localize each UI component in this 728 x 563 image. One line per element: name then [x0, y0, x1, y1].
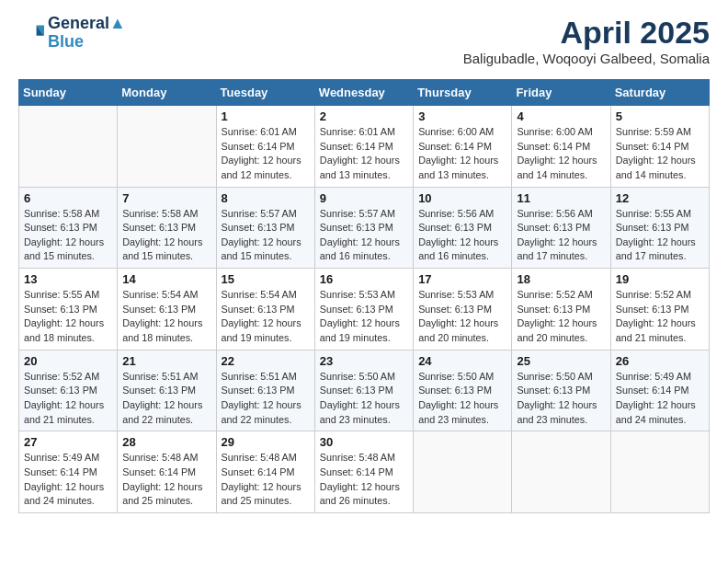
calendar-week-row: 27Sunrise: 5:49 AM Sunset: 6:14 PM Dayli… — [19, 431, 710, 513]
day-number: 5 — [616, 109, 704, 123]
calendar-day-cell: 6Sunrise: 5:58 AM Sunset: 6:13 PM Daylig… — [19, 187, 118, 269]
day-info: Sunrise: 6:00 AM Sunset: 6:14 PM Dayligh… — [418, 125, 506, 183]
calendar-day-cell: 22Sunrise: 5:51 AM Sunset: 6:13 PM Dayli… — [216, 350, 314, 431]
day-number: 24 — [418, 354, 506, 368]
location-subtitle: Baligubadle, Woqooyi Galbeed, Somalia — [463, 51, 710, 66]
day-number: 29 — [222, 435, 310, 449]
day-info: Sunrise: 5:56 AM Sunset: 6:13 PM Dayligh… — [418, 207, 506, 265]
calendar-week-row: 13Sunrise: 5:55 AM Sunset: 6:13 PM Dayli… — [19, 269, 710, 350]
calendar-day-cell: 3Sunrise: 6:00 AM Sunset: 6:14 PM Daylig… — [414, 106, 512, 188]
calendar-day-cell: 5Sunrise: 5:59 AM Sunset: 6:14 PM Daylig… — [610, 106, 709, 188]
day-info: Sunrise: 5:50 AM Sunset: 6:13 PM Dayligh… — [517, 370, 605, 428]
calendar-day-cell: 23Sunrise: 5:50 AM Sunset: 6:13 PM Dayli… — [314, 350, 413, 431]
day-info: Sunrise: 5:50 AM Sunset: 6:13 PM Dayligh… — [320, 370, 408, 428]
calendar-day-cell — [414, 431, 512, 513]
day-number: 1 — [222, 109, 310, 123]
weekday-header-cell: Tuesday — [216, 80, 314, 106]
day-number: 8 — [222, 191, 310, 205]
day-info: Sunrise: 5:50 AM Sunset: 6:13 PM Dayligh… — [418, 370, 506, 428]
day-info: Sunrise: 5:54 AM Sunset: 6:13 PM Dayligh… — [222, 288, 310, 346]
calendar-week-row: 1Sunrise: 6:01 AM Sunset: 6:14 PM Daylig… — [19, 106, 710, 188]
calendar-day-cell: 21Sunrise: 5:51 AM Sunset: 6:13 PM Dayli… — [118, 350, 216, 431]
title-block: April 2025 Baligubadle, Woqooyi Galbeed,… — [463, 15, 710, 66]
day-info: Sunrise: 5:57 AM Sunset: 6:13 PM Dayligh… — [222, 207, 310, 265]
calendar-day-cell: 29Sunrise: 5:48 AM Sunset: 6:14 PM Dayli… — [216, 431, 314, 513]
day-info: Sunrise: 5:53 AM Sunset: 6:13 PM Dayligh… — [320, 288, 408, 346]
calendar-day-cell: 16Sunrise: 5:53 AM Sunset: 6:13 PM Dayli… — [314, 269, 413, 350]
weekday-header-row: SundayMondayTuesdayWednesdayThursdayFrid… — [19, 80, 710, 106]
day-number: 21 — [122, 354, 210, 368]
calendar-day-cell: 4Sunrise: 6:00 AM Sunset: 6:14 PM Daylig… — [512, 106, 610, 188]
day-info: Sunrise: 5:55 AM Sunset: 6:13 PM Dayligh… — [24, 288, 112, 346]
day-info: Sunrise: 6:01 AM Sunset: 6:14 PM Dayligh… — [320, 125, 408, 183]
calendar-day-cell: 13Sunrise: 5:55 AM Sunset: 6:13 PM Dayli… — [19, 269, 118, 350]
day-number: 2 — [320, 109, 408, 123]
day-number: 12 — [616, 191, 704, 205]
day-number: 27 — [24, 435, 112, 449]
day-info: Sunrise: 5:58 AM Sunset: 6:13 PM Dayligh… — [122, 207, 210, 265]
calendar-table: SundayMondayTuesdayWednesdayThursdayFrid… — [18, 79, 710, 513]
weekday-header-cell: Saturday — [610, 80, 709, 106]
calendar-day-cell: 19Sunrise: 5:52 AM Sunset: 6:13 PM Dayli… — [610, 269, 709, 350]
day-info: Sunrise: 5:52 AM Sunset: 6:13 PM Dayligh… — [517, 288, 605, 346]
logo-icon — [18, 20, 44, 46]
day-number: 18 — [517, 272, 605, 286]
calendar-day-cell: 28Sunrise: 5:48 AM Sunset: 6:14 PM Dayli… — [118, 431, 216, 513]
calendar-day-cell: 8Sunrise: 5:57 AM Sunset: 6:13 PM Daylig… — [216, 187, 314, 269]
day-number: 7 — [122, 191, 210, 205]
day-info: Sunrise: 5:49 AM Sunset: 6:14 PM Dayligh… — [616, 370, 704, 428]
day-number: 26 — [616, 354, 704, 368]
month-title: April 2025 — [463, 15, 710, 51]
day-number: 30 — [320, 435, 408, 449]
day-info: Sunrise: 5:51 AM Sunset: 6:13 PM Dayligh… — [222, 370, 310, 428]
calendar-day-cell: 14Sunrise: 5:54 AM Sunset: 6:13 PM Dayli… — [118, 269, 216, 350]
day-info: Sunrise: 5:53 AM Sunset: 6:13 PM Dayligh… — [418, 288, 506, 346]
calendar-day-cell: 30Sunrise: 5:48 AM Sunset: 6:14 PM Dayli… — [314, 431, 413, 513]
calendar-day-cell: 7Sunrise: 5:58 AM Sunset: 6:13 PM Daylig… — [118, 187, 216, 269]
day-number: 6 — [24, 191, 112, 205]
day-number: 17 — [418, 272, 506, 286]
weekday-header-cell: Wednesday — [314, 80, 413, 106]
weekday-header-cell: Monday — [118, 80, 216, 106]
calendar-day-cell: 26Sunrise: 5:49 AM Sunset: 6:14 PM Dayli… — [610, 350, 709, 431]
day-info: Sunrise: 5:49 AM Sunset: 6:14 PM Dayligh… — [24, 451, 112, 509]
day-info: Sunrise: 5:57 AM Sunset: 6:13 PM Dayligh… — [320, 207, 408, 265]
calendar-day-cell — [19, 106, 118, 188]
weekday-header-cell: Sunday — [19, 80, 118, 106]
calendar-day-cell: 1Sunrise: 6:01 AM Sunset: 6:14 PM Daylig… — [216, 106, 314, 188]
logo: General▲ Blue — [18, 15, 126, 52]
calendar-week-row: 20Sunrise: 5:52 AM Sunset: 6:13 PM Dayli… — [19, 350, 710, 431]
day-number: 23 — [320, 354, 408, 368]
day-info: Sunrise: 5:51 AM Sunset: 6:13 PM Dayligh… — [122, 370, 210, 428]
calendar-day-cell — [610, 431, 709, 513]
logo-text: General▲ Blue — [48, 15, 126, 52]
day-number: 22 — [222, 354, 310, 368]
calendar-day-cell — [118, 106, 216, 188]
calendar-week-row: 6Sunrise: 5:58 AM Sunset: 6:13 PM Daylig… — [19, 187, 710, 269]
day-info: Sunrise: 5:48 AM Sunset: 6:14 PM Dayligh… — [122, 451, 210, 509]
day-info: Sunrise: 6:00 AM Sunset: 6:14 PM Dayligh… — [517, 125, 605, 183]
calendar-day-cell: 24Sunrise: 5:50 AM Sunset: 6:13 PM Dayli… — [414, 350, 512, 431]
day-number: 28 — [122, 435, 210, 449]
day-info: Sunrise: 5:52 AM Sunset: 6:13 PM Dayligh… — [24, 370, 112, 428]
day-number: 3 — [418, 109, 506, 123]
weekday-header-cell: Friday — [512, 80, 610, 106]
day-number: 20 — [24, 354, 112, 368]
day-number: 9 — [320, 191, 408, 205]
day-number: 16 — [320, 272, 408, 286]
day-info: Sunrise: 5:55 AM Sunset: 6:13 PM Dayligh… — [616, 207, 704, 265]
calendar-day-cell: 20Sunrise: 5:52 AM Sunset: 6:13 PM Dayli… — [19, 350, 118, 431]
day-info: Sunrise: 5:48 AM Sunset: 6:14 PM Dayligh… — [320, 451, 408, 509]
day-number: 10 — [418, 191, 506, 205]
day-number: 14 — [122, 272, 210, 286]
calendar-day-cell: 18Sunrise: 5:52 AM Sunset: 6:13 PM Dayli… — [512, 269, 610, 350]
day-info: Sunrise: 5:58 AM Sunset: 6:13 PM Dayligh… — [24, 207, 112, 265]
day-info: Sunrise: 5:52 AM Sunset: 6:13 PM Dayligh… — [616, 288, 704, 346]
calendar-day-cell: 2Sunrise: 6:01 AM Sunset: 6:14 PM Daylig… — [314, 106, 413, 188]
day-info: Sunrise: 5:56 AM Sunset: 6:13 PM Dayligh… — [517, 207, 605, 265]
day-info: Sunrise: 5:59 AM Sunset: 6:14 PM Dayligh… — [616, 125, 704, 183]
day-number: 11 — [517, 191, 605, 205]
day-number: 15 — [222, 272, 310, 286]
day-info: Sunrise: 5:48 AM Sunset: 6:14 PM Dayligh… — [222, 451, 310, 509]
day-info: Sunrise: 6:01 AM Sunset: 6:14 PM Dayligh… — [222, 125, 310, 183]
